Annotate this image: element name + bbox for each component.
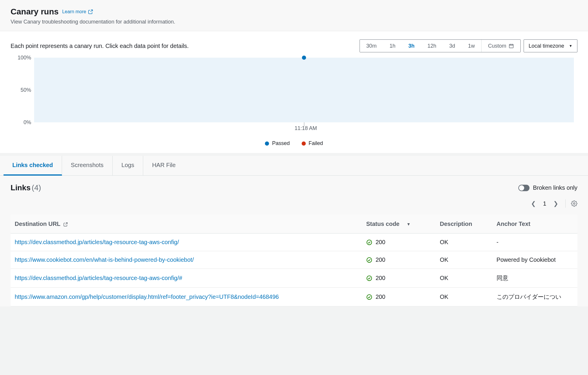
range-1h[interactable]: 1h bbox=[383, 40, 402, 52]
col-status[interactable]: Status code▼ bbox=[362, 215, 436, 234]
tab-links-checked[interactable]: Links checked bbox=[4, 156, 62, 176]
destination-url-link[interactable]: https://dev.classmethod.jp/articles/tag-… bbox=[15, 275, 182, 281]
chart-legend: Passed Failed bbox=[11, 140, 577, 146]
col-anchor[interactable]: Anchor Text bbox=[492, 215, 577, 234]
page-title: Canary runs bbox=[11, 7, 59, 16]
links-section: Links (4) Broken links only ❮ 1 ❯ Destin… bbox=[0, 176, 588, 306]
pager-next[interactable]: ❯ bbox=[552, 199, 560, 208]
success-check-icon bbox=[366, 239, 372, 246]
success-check-icon bbox=[366, 294, 372, 300]
destination-url-link[interactable]: https://www.cookiebot.com/en/what-is-beh… bbox=[15, 256, 194, 263]
broken-links-label: Broken links only bbox=[533, 184, 577, 191]
table-row: https://dev.classmethod.jp/articles/tag-… bbox=[11, 269, 577, 288]
anchor-text: - bbox=[492, 234, 577, 251]
links-table: Destination URL Status code▼ Description… bbox=[11, 215, 577, 306]
y-tick-label: 50% bbox=[15, 87, 31, 93]
anchor-text: このプロバイダーについ bbox=[492, 288, 577, 306]
table-row: https://dev.classmethod.jp/articles/tag-… bbox=[11, 234, 577, 251]
range-custom[interactable]: Custom bbox=[482, 40, 520, 52]
success-check-icon bbox=[366, 257, 372, 263]
pager-prev[interactable]: ❮ bbox=[529, 199, 538, 208]
gear-icon[interactable] bbox=[571, 200, 577, 207]
timezone-select[interactable]: Local timezone ▼ bbox=[524, 39, 577, 52]
success-check-icon bbox=[366, 275, 372, 281]
y-tick-label: 0% bbox=[15, 119, 31, 126]
y-tick-label: 100% bbox=[15, 55, 31, 61]
x-tick bbox=[304, 122, 304, 126]
pager-current: 1 bbox=[543, 200, 546, 207]
table-row: https://www.cookiebot.com/en/what-is-beh… bbox=[11, 251, 577, 269]
chart-hint: Each point represents a canary run. Clic… bbox=[11, 43, 189, 49]
destination-url-link[interactable]: https://dev.classmethod.jp/articles/tag-… bbox=[15, 239, 179, 245]
chart-section: Each point represents a canary run. Clic… bbox=[0, 31, 588, 153]
pager: ❮ 1 ❯ bbox=[11, 192, 577, 215]
status-desc: OK bbox=[436, 234, 492, 251]
status-code: 200 bbox=[375, 294, 385, 300]
table-row: https://www.amazon.com/gp/help/customer/… bbox=[11, 288, 577, 306]
destination-url-link[interactable]: https://www.amazon.com/gp/help/customer/… bbox=[15, 294, 279, 300]
anchor-text: 同意 bbox=[492, 269, 577, 288]
links-title: Links bbox=[11, 183, 31, 192]
chart-plot[interactable]: 100% 50% 0% bbox=[34, 58, 574, 122]
broken-links-toggle[interactable] bbox=[518, 185, 529, 191]
x-tick-label: 11:18 AM bbox=[34, 125, 577, 131]
col-desc[interactable]: Description bbox=[436, 215, 492, 234]
status-desc: OK bbox=[436, 288, 492, 306]
tab-screenshots[interactable]: Screenshots bbox=[62, 156, 113, 175]
range-3h[interactable]: 3h bbox=[402, 40, 421, 52]
range-3d[interactable]: 3d bbox=[443, 40, 462, 52]
data-point-passed[interactable] bbox=[302, 56, 306, 60]
legend-dot-failed bbox=[302, 141, 306, 146]
external-link-icon bbox=[63, 222, 68, 227]
tab-logs[interactable]: Logs bbox=[113, 156, 143, 175]
range-12h[interactable]: 12h bbox=[421, 40, 443, 52]
sort-desc-icon: ▼ bbox=[407, 222, 411, 226]
legend-dot-passed bbox=[265, 141, 269, 146]
svg-rect-0 bbox=[509, 44, 513, 48]
range-1w[interactable]: 1w bbox=[462, 40, 481, 52]
links-count: (4) bbox=[32, 183, 41, 192]
status-code: 200 bbox=[375, 256, 385, 263]
external-link-icon bbox=[88, 9, 93, 14]
tab-har-file[interactable]: HAR File bbox=[143, 156, 184, 175]
chevron-down-icon: ▼ bbox=[569, 44, 572, 48]
calendar-icon bbox=[509, 43, 514, 49]
status-code: 200 bbox=[375, 275, 385, 281]
col-url[interactable]: Destination URL bbox=[11, 215, 362, 234]
page-subtitle: View Canary troubleshooting documentatio… bbox=[11, 19, 577, 25]
svg-point-1 bbox=[573, 203, 575, 204]
page-header: Canary runs Learn more View Canary troub… bbox=[0, 0, 588, 31]
anchor-text: Powered by Cookiebot bbox=[492, 251, 577, 269]
range-30m[interactable]: 30m bbox=[360, 40, 383, 52]
time-range-group: 30m1h3h12h3d1wCustom bbox=[360, 39, 521, 52]
status-desc: OK bbox=[436, 269, 492, 288]
learn-more-link[interactable]: Learn more bbox=[62, 9, 93, 14]
tabs: Links checkedScreenshotsLogsHAR File bbox=[0, 156, 588, 176]
status-desc: OK bbox=[436, 251, 492, 269]
status-code: 200 bbox=[375, 239, 385, 246]
